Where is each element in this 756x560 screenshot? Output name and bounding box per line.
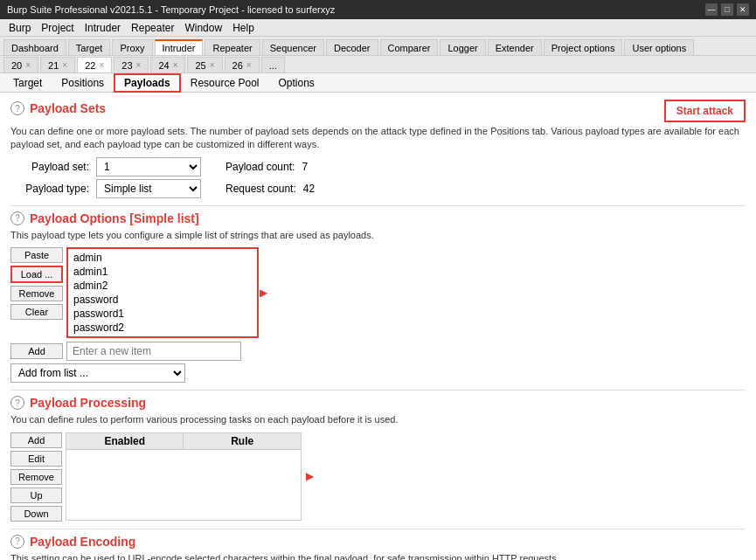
payload-set-label: Payload set:: [10, 161, 89, 173]
tab-extender[interactable]: Extender: [488, 39, 542, 55]
list-item[interactable]: password2: [70, 321, 255, 335]
num-tab-20[interactable]: 20 ×: [3, 57, 38, 73]
title-bar: Burp Suite Professional v2021.5.1 - Temp…: [0, 0, 756, 19]
add-from-list-select[interactable]: Add from list ...: [10, 363, 185, 383]
payload-list-box: admin admin1 admin2 password password1 p…: [66, 247, 259, 338]
paste-button[interactable]: Paste: [10, 247, 63, 263]
payload-buttons: Paste Load ... Remove Clear: [10, 247, 63, 338]
subtab-resource-pool[interactable]: Resource Pool: [181, 74, 269, 92]
payload-options-title: Payload Options [Simple list]: [30, 211, 199, 225]
tab-intruder[interactable]: Intruder: [155, 39, 204, 55]
load-button[interactable]: Load ...: [10, 266, 63, 283]
add-from-list-row: Add from list ...: [10, 363, 746, 383]
list-item[interactable]: password: [70, 293, 255, 307]
payload-type-select[interactable]: Simple list Runtime file Custom iterator: [96, 179, 201, 198]
payload-processing-header: ? Payload Processing: [10, 396, 746, 410]
separator-3: [10, 529, 746, 529]
tab-dashboard[interactable]: Dashboard: [3, 39, 66, 55]
number-tabs: 20 × 21 × 22 × 23 × 24 × 25 × 26 × ...: [0, 56, 756, 73]
col-rule: Rule: [184, 433, 301, 449]
subtab-target[interactable]: Target: [3, 74, 52, 92]
payload-sets-title: Payload Sets: [30, 101, 106, 115]
menu-bar: Burp Project Intruder Repeater Window He…: [0, 19, 756, 37]
payload-encoding-section: ? Payload Encoding This setting can be u…: [10, 535, 746, 560]
payload-set-select[interactable]: 1 2: [96, 157, 201, 176]
separator-1: [10, 205, 746, 206]
processing-buttons: Add Edit Remove Up Down: [10, 432, 62, 522]
num-tab-21[interactable]: 21 ×: [40, 57, 75, 73]
payload-processing-section: ? Payload Processing You can define rule…: [10, 396, 746, 521]
payload-type-label: Payload type:: [10, 183, 89, 195]
tab-user-options[interactable]: User options: [624, 39, 694, 55]
list-item[interactable]: admin2: [70, 279, 255, 293]
maximize-button[interactable]: □: [721, 3, 733, 16]
payload-options-section: ? Payload Options [Simple list] This pay…: [10, 211, 746, 383]
add-item-row: Add: [10, 342, 746, 361]
tab-repeater[interactable]: Repeater: [205, 39, 260, 55]
menu-burp[interactable]: Burp: [3, 21, 36, 35]
list-item[interactable]: admin1: [70, 265, 255, 279]
list-item[interactable]: admin: [70, 251, 255, 265]
payload-processing-desc: You can define rules to perform various …: [10, 413, 746, 426]
payload-type-row: Payload type: Simple list Runtime file C…: [10, 179, 746, 198]
minimize-button[interactable]: —: [705, 3, 718, 16]
menu-window[interactable]: Window: [179, 21, 227, 35]
payload-options-icon: ?: [10, 211, 24, 225]
proc-edit-button[interactable]: Edit: [10, 451, 62, 467]
proc-add-button[interactable]: Add: [10, 432, 62, 448]
tab-project-options[interactable]: Project options: [544, 39, 623, 55]
payload-processing-title: Payload Processing: [30, 396, 146, 410]
payload-processing-icon: ?: [10, 396, 24, 410]
payload-encoding-icon: ?: [10, 535, 24, 549]
payload-options-header: ? Payload Options [Simple list]: [10, 211, 746, 225]
processing-arrow-icon: ▶: [306, 470, 314, 482]
payload-sets-icon: ?: [10, 101, 24, 115]
processing-table-header: Enabled Rule: [66, 433, 301, 450]
subtab-positions[interactable]: Positions: [52, 74, 114, 92]
processing-table-body: [66, 450, 301, 520]
title-bar-controls: — □ ✕: [705, 3, 749, 16]
col-enabled: Enabled: [66, 433, 184, 449]
payload-sets-section: ? Payload Sets Start attack You can defi…: [10, 98, 746, 198]
num-tab-23[interactable]: 23 ×: [114, 57, 149, 73]
title-bar-text: Burp Suite Professional v2021.5.1 - Temp…: [7, 4, 335, 15]
clear-button[interactable]: Clear: [10, 304, 63, 320]
add-item-button[interactable]: Add: [10, 343, 63, 359]
proc-up-button[interactable]: Up: [10, 487, 62, 503]
tab-decoder[interactable]: Decoder: [326, 39, 378, 55]
separator-2: [10, 390, 746, 391]
payload-encoding-desc: This setting can be used to URL-encode s…: [10, 552, 746, 560]
main-tabs: Dashboard Target Proxy Intruder Repeater…: [0, 37, 756, 56]
subtab-payloads[interactable]: Payloads: [114, 73, 181, 93]
payload-count-label: Payload count:: [225, 161, 295, 173]
tab-sequencer[interactable]: Sequencer: [262, 39, 324, 55]
subtab-options[interactable]: Options: [268, 74, 323, 92]
payload-encoding-title: Payload Encoding: [30, 535, 135, 549]
num-tab-24[interactable]: 24 ×: [150, 57, 185, 73]
arrow-right-icon: ▶: [260, 287, 267, 299]
close-button[interactable]: ✕: [737, 3, 749, 16]
tab-logger[interactable]: Logger: [440, 39, 485, 55]
tab-comparer[interactable]: Comparer: [380, 39, 439, 55]
payload-set-row: Payload set: 1 2 Payload count: 7: [10, 157, 746, 176]
menu-repeater[interactable]: Repeater: [126, 21, 179, 35]
add-item-input[interactable]: [66, 342, 241, 361]
list-item[interactable]: password1: [70, 307, 255, 321]
main-content: ? Payload Sets Start attack You can defi…: [0, 93, 756, 560]
tab-target[interactable]: Target: [68, 39, 111, 55]
menu-help[interactable]: Help: [227, 21, 260, 35]
payload-options-area: Paste Load ... Remove Clear admin admin1…: [10, 247, 746, 338]
num-tab-26[interactable]: 26 ×: [225, 57, 260, 73]
remove-button[interactable]: Remove: [10, 286, 63, 301]
menu-intruder[interactable]: Intruder: [80, 21, 126, 35]
num-tab-25[interactable]: 25 ×: [187, 57, 222, 73]
start-attack-button[interactable]: Start attack: [664, 100, 746, 122]
proc-remove-button[interactable]: Remove: [10, 469, 62, 485]
num-tab-more[interactable]: ...: [261, 57, 285, 73]
proc-down-button[interactable]: Down: [10, 506, 62, 522]
tab-proxy[interactable]: Proxy: [112, 39, 152, 55]
menu-project[interactable]: Project: [36, 21, 79, 35]
payload-sets-header: ? Payload Sets: [10, 101, 106, 115]
num-tab-22[interactable]: 22 ×: [77, 57, 112, 73]
payload-sets-desc: You can define one or more payload sets.…: [10, 125, 746, 152]
